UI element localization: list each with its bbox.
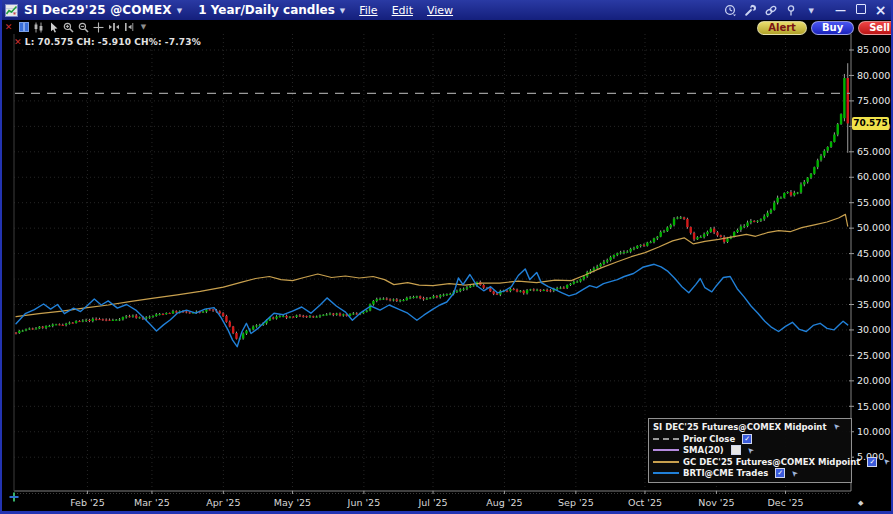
pan-handle-icon[interactable]: ◆ [858, 499, 863, 507]
candle-body [847, 78, 849, 123]
candle-body [446, 294, 448, 295]
candle-body [690, 227, 692, 233]
contract-title[interactable]: SI Dec29'25 @COMEX [24, 3, 172, 17]
candle-body [429, 298, 431, 299]
candle-body [289, 317, 291, 318]
y-axis-tick-label: 30.000 [857, 324, 890, 335]
candle-body [449, 294, 451, 295]
chart-app-icon [5, 4, 18, 17]
wrench-icon[interactable] [744, 4, 757, 17]
candle-body [162, 314, 164, 315]
candle-body [219, 311, 221, 313]
candle-body [603, 262, 605, 264]
candle-body [202, 312, 204, 313]
candle-body [379, 299, 381, 300]
candle-body [793, 193, 795, 195]
candle-body [309, 316, 311, 317]
cursor-tool-icon[interactable] [47, 21, 60, 33]
pin-dropdown-caret[interactable]: ▼ [809, 7, 814, 15]
close-button[interactable]: × [874, 5, 887, 16]
buy-button[interactable]: Buy [811, 21, 854, 35]
candle-body [790, 192, 792, 195]
sell-button[interactable]: Sell [858, 21, 893, 35]
alert-button[interactable]: Alert [757, 21, 807, 35]
candle-body [322, 315, 324, 316]
candle-body [242, 334, 244, 339]
candle-body [332, 314, 334, 315]
candle-body [152, 316, 154, 317]
candle-body [209, 309, 211, 310]
legend-checkbox[interactable]: ✓ [742, 434, 752, 444]
candle-body [519, 291, 521, 292]
cursor-icon[interactable]: ➤ [745, 445, 756, 456]
candle-body [509, 289, 511, 291]
candle-body [466, 287, 468, 288]
timeframe-dropdown-caret[interactable]: ▼ [340, 7, 345, 15]
candle-body [633, 248, 635, 249]
legend-checkbox[interactable] [731, 445, 741, 455]
zoom-in-icon[interactable] [62, 21, 75, 33]
menu-view[interactable]: View [427, 4, 453, 17]
candle-body [766, 213, 768, 217]
quote-close-icon[interactable]: ✕ [14, 37, 22, 47]
candle-body [95, 319, 97, 320]
candle-body [796, 193, 798, 194]
candle-body [302, 316, 304, 317]
candle-body [279, 316, 281, 317]
candle-body [175, 311, 177, 312]
shrink-bars-icon[interactable] [122, 21, 135, 33]
candle-body [840, 114, 842, 124]
legend-checkbox[interactable]: ✓ [867, 457, 877, 467]
minimize-button[interactable]: — [834, 5, 847, 16]
panel-icon[interactable] [17, 21, 30, 33]
candle-body [810, 174, 812, 178]
candle-body [386, 299, 388, 300]
candle-body [843, 78, 845, 118]
candle-body [523, 291, 525, 293]
candle-body [165, 313, 167, 314]
candle-body [312, 316, 314, 317]
cursor-icon[interactable]: ➤ [789, 468, 800, 479]
candle-body [710, 229, 712, 232]
legend-item-label: SMA(20) [683, 445, 724, 455]
expand-bars-icon[interactable] [107, 21, 120, 33]
contract-dropdown-caret[interactable]: ▼ [177, 7, 182, 15]
y-axis-tick-label: 45.000 [857, 248, 890, 259]
candle-body [319, 315, 321, 316]
y-axis-tick-label: 15.000 [857, 401, 890, 412]
candle-body [536, 290, 538, 291]
restore-button[interactable] [854, 4, 867, 16]
candle-body [389, 299, 391, 300]
candlestick-style-icon[interactable] [32, 21, 45, 33]
candle-body [472, 285, 474, 286]
candle-body [295, 315, 297, 316]
y-axis-tick-label: 80.000 [857, 70, 890, 81]
time-axis-icon[interactable] [9, 487, 19, 506]
candle-body [462, 289, 464, 290]
candle-body [680, 217, 682, 218]
x-axis-tick-label: Oct '25 [628, 497, 662, 508]
candle-body [422, 298, 424, 299]
candle-body [45, 326, 47, 328]
menu-edit[interactable]: Edit [392, 4, 413, 17]
candle-body [763, 216, 765, 219]
menu-file[interactable]: File [359, 4, 377, 17]
link-icon[interactable] [764, 4, 778, 17]
candle-body [726, 239, 728, 242]
legend-item: SMA(20)➤ [653, 445, 847, 457]
crosshair-icon[interactable] [92, 21, 105, 33]
timeframe-selector[interactable]: 1 Year/Daily candles [198, 3, 335, 17]
pin-icon[interactable] [785, 4, 797, 17]
legend-item-label: BRTI@CME Trades [683, 468, 768, 478]
candle-body [168, 313, 170, 314]
cursor-icon[interactable]: ➤ [831, 421, 842, 432]
candle-body [98, 319, 100, 320]
toolbar-dropdown-caret[interactable]: ▼ [137, 21, 150, 33]
zoom-out-icon[interactable] [77, 21, 90, 33]
legend-line-sample [653, 449, 679, 451]
candle-body [816, 160, 818, 167]
remove-overlay-icon[interactable]: ✕ [2, 21, 15, 33]
candle-body [399, 300, 401, 301]
legend-checkbox[interactable]: ✓ [775, 468, 785, 478]
time-period-icon[interactable] [724, 4, 737, 17]
